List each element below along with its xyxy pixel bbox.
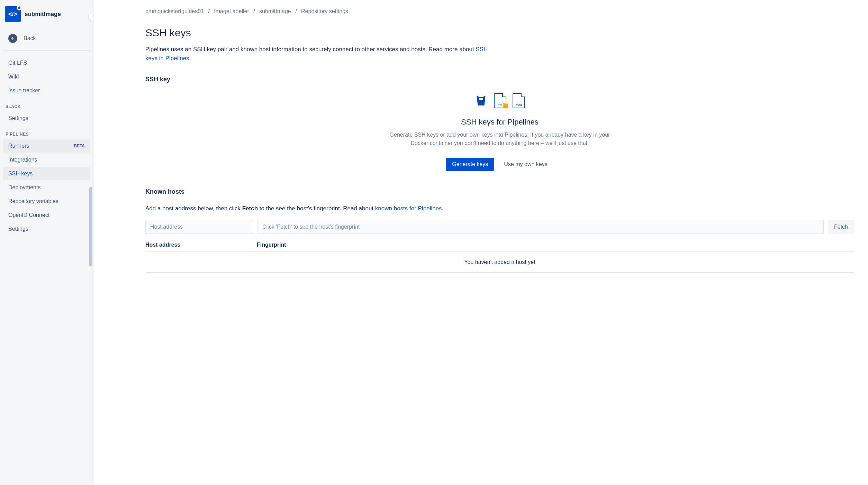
sidebar-item-label: Wiki (8, 74, 19, 80)
breadcrumb-section[interactable]: Repository settings (301, 8, 348, 14)
sidebar-item-ssh-keys[interactable]: SSH keys (3, 167, 90, 180)
sidebar-item-repository-variables[interactable]: Repository variables (3, 195, 90, 208)
known-hosts-title: Known hosts (145, 188, 854, 195)
use-own-keys-button[interactable]: Use my own keys (498, 158, 553, 171)
sidebar-header: </> submitImage (0, 6, 93, 30)
host-address-input[interactable] (145, 220, 253, 234)
ssh-hero-icons: PRI 🔒 PUB (389, 93, 611, 109)
repo-icon: </> (5, 6, 21, 22)
sidebar-item-label: Repository variables (8, 198, 58, 204)
bucket-icon (474, 93, 488, 109)
hero-description: Generate SSH keys or add your own keys i… (389, 131, 611, 147)
ssh-hero: PRI 🔒 PUB SSH keys for Pipelines Generat… (389, 93, 611, 171)
column-host-address: Host address (145, 242, 257, 248)
hero-title: SSH keys for Pipelines (389, 118, 611, 127)
sidebar-section-general: Git LFSWikiIssue tracker (0, 56, 93, 97)
sidebar: </> submitImage Back Git LFSWikiIssue tr… (0, 0, 93, 485)
host-table-header: Host address Fingerprint (145, 242, 854, 252)
lock-icon: 🔒 (503, 103, 508, 108)
beta-badge: BETA (74, 144, 85, 148)
sidebar-heading-slack: SLACK (0, 98, 93, 112)
sidebar-item-settings[interactable]: Settings (3, 112, 90, 125)
empty-hosts-message: You haven't added a host yet (145, 252, 854, 273)
generate-keys-button[interactable]: Generate keys (446, 158, 494, 171)
sidebar-item-label: Issue tracker (8, 88, 40, 94)
sidebar-item-label: Integrations (8, 157, 37, 163)
sidebar-item-runners[interactable]: RunnersBETA (3, 139, 90, 153)
breadcrumb-workspace[interactable]: pmmquickstartguides01 (145, 8, 204, 14)
column-fingerprint: Fingerprint (257, 242, 854, 248)
back-arrow-icon (8, 34, 17, 43)
chevron-left-icon (91, 15, 93, 19)
sidebar-item-wiki[interactable]: Wiki (3, 70, 90, 83)
ssh-key-section-title: SSH key (145, 76, 854, 83)
scrollbar[interactable] (89, 187, 92, 266)
known-hosts-description: Add a host address below, then click Fet… (145, 205, 854, 212)
known-hosts-docs-link[interactable]: known hosts for Pipelines (375, 205, 442, 212)
svg-point-0 (480, 98, 482, 100)
sidebar-item-label: Runners (8, 143, 29, 149)
repo-name: submitImage (25, 11, 61, 18)
sidebar-section-pipelines: RunnersBETAIntegrationsSSH keysDeploymen… (0, 139, 93, 236)
breadcrumb: pmmquickstartguides01 / ImageLabeller / … (145, 8, 854, 15)
sidebar-item-git-lfs[interactable]: Git LFS (3, 56, 90, 70)
breadcrumb-repo[interactable]: submitImage (259, 8, 291, 14)
sidebar-item-issue-tracker[interactable]: Issue tracker (3, 84, 90, 97)
hero-actions: Generate keys Use my own keys (389, 158, 611, 171)
intro-text: Pipelines uses an SSH key pair and known… (145, 45, 491, 63)
back-label: Back (24, 35, 36, 42)
sidebar-item-integrations[interactable]: Integrations (3, 153, 90, 166)
public-key-icon: PUB (513, 93, 525, 108)
code-icon: </> (8, 11, 17, 18)
page-title: SSH keys (145, 27, 854, 39)
main-content: pmmquickstartguides01 / ImageLabeller / … (93, 0, 868, 485)
sidebar-item-settings[interactable]: Settings (3, 222, 90, 236)
sidebar-item-label: Settings (8, 115, 28, 121)
sidebar-item-label: OpenID Connect (8, 212, 49, 218)
sidebar-item-deployments[interactable]: Deployments (3, 181, 90, 194)
sidebar-item-openid-connect[interactable]: OpenID Connect (3, 209, 90, 222)
sidebar-heading-pipelines: PIPELINES (0, 126, 93, 139)
breadcrumb-project[interactable]: ImageLabeller (214, 8, 249, 14)
private-key-icon: PRI 🔒 (494, 93, 506, 108)
host-form: Fetch (145, 220, 854, 234)
fetch-button[interactable]: Fetch (828, 220, 854, 234)
sidebar-item-label: Git LFS (8, 60, 27, 66)
back-button[interactable]: Back (0, 30, 93, 51)
fingerprint-input[interactable] (257, 220, 824, 234)
sidebar-item-label: Deployments (8, 184, 40, 191)
lock-icon (17, 5, 22, 10)
sidebar-item-label: SSH keys (8, 171, 33, 177)
sidebar-section-slack: Settings (0, 112, 93, 125)
sidebar-item-label: Settings (8, 226, 28, 232)
divider (3, 51, 90, 51)
